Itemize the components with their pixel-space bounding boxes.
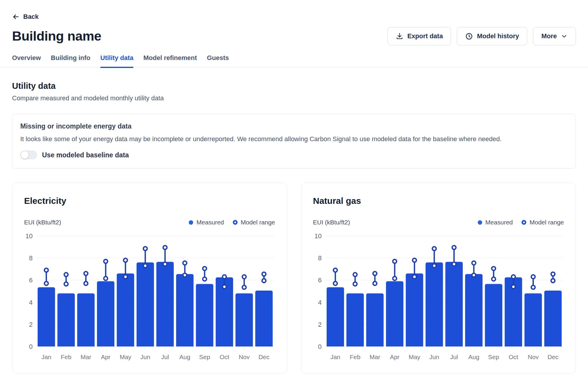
y-axis-title: EUI (kBtu/ft2)	[313, 219, 350, 226]
y-tick-label: 4	[29, 299, 33, 306]
x-tick-label: Aug	[179, 354, 190, 360]
measured-bar-Feb	[346, 294, 364, 346]
measured-bar-Aug	[176, 274, 193, 346]
y-tick-label: 10	[314, 232, 321, 240]
model-range-marker-Jan	[333, 268, 337, 272]
legend: Measured Model range	[189, 219, 275, 226]
export-data-button[interactable]: Export data	[387, 27, 451, 45]
model-range-marker-Nov	[531, 285, 535, 289]
tab-overview[interactable]: Overview	[12, 54, 41, 67]
measured-bar-Dec	[544, 291, 562, 346]
measured-bar-Nov	[235, 294, 253, 346]
x-tick-label: Nov	[239, 354, 250, 360]
measured-bar-Dec	[255, 291, 273, 346]
page-header: Building name Export data Model history …	[12, 27, 576, 45]
measured-bar-Jun	[425, 262, 443, 346]
tab-building-info[interactable]: Building info	[51, 54, 90, 67]
legend-model-range-label: Model range	[241, 219, 275, 226]
x-tick-label: Mar	[370, 354, 380, 360]
toggle-knob	[21, 151, 29, 159]
model-range-marker-Dec	[262, 272, 266, 276]
measured-bar-Apr	[97, 281, 114, 346]
legend-measured-label: Measured	[196, 219, 224, 226]
y-tick-label: 6	[29, 276, 33, 284]
model-range-marker-Dec	[262, 279, 266, 283]
model-range-marker-Jan	[44, 268, 48, 272]
arrow-left-icon	[12, 13, 20, 21]
x-tick-label: May	[408, 354, 420, 360]
electricity-chart: 0246810JanFebMarAprMayJunJulAugSepOctNov…	[24, 230, 275, 362]
measured-bar-Sep	[485, 284, 502, 346]
model-range-marker-Jul	[452, 262, 456, 266]
measured-bar-Apr	[386, 281, 403, 346]
natural-gas-chart: 0246810JanFebMarAprMayJunJulAugSepOctNov…	[313, 230, 564, 362]
natural-gas-card-title: Natural gas	[313, 196, 564, 206]
measured-dot-icon	[478, 220, 482, 225]
model-range-marker-Oct	[511, 275, 515, 279]
model-range-marker-Sep	[203, 266, 206, 270]
model-range-marker-Jan	[333, 281, 337, 285]
legend: Measured Model range	[478, 219, 564, 226]
x-tick-label: Dec	[547, 354, 558, 360]
legend-item-model-range: Model range	[233, 219, 275, 226]
electricity-card-title: Electricity	[24, 196, 275, 206]
x-tick-label: Sep	[199, 354, 210, 360]
more-button[interactable]: More	[533, 27, 576, 45]
model-range-marker-Apr	[104, 259, 108, 263]
y-tick-label: 10	[26, 232, 33, 240]
y-tick-label: 2	[318, 321, 321, 328]
x-tick-label: Feb	[61, 354, 71, 360]
legend-item-measured: Measured	[478, 219, 513, 226]
measured-bar-Mar	[366, 294, 383, 346]
model-range-marker-Jun	[432, 264, 436, 268]
model-range-marker-Jun	[432, 247, 436, 251]
model-range-marker-Sep	[492, 277, 495, 281]
utility-data-page: Back Building name Export data Model his…	[0, 0, 588, 390]
tab-guests[interactable]: Guests	[207, 54, 229, 67]
measured-bar-Jul	[445, 262, 462, 346]
y-tick-label: 4	[318, 299, 321, 306]
download-icon	[396, 32, 403, 40]
x-tick-label: Jun	[429, 354, 439, 360]
electricity-chart-meta: EUI (kBtu/ft2) Measured Model range	[24, 219, 275, 226]
toggle-row: Use modeled baseline data	[20, 151, 568, 159]
model-range-marker-Feb	[64, 282, 68, 286]
model-range-marker-Mar	[373, 281, 377, 285]
model-range-marker-Mar	[373, 271, 377, 275]
section-subtitle: Compare measured and modeled monthly uti…	[12, 94, 576, 102]
model-range-marker-Nov	[531, 275, 535, 279]
model-history-button[interactable]: Model history	[457, 27, 527, 45]
model-range-marker-Dec	[551, 279, 555, 283]
model-range-marker-Aug	[183, 261, 187, 265]
tab-model-refinement[interactable]: Model refinement	[143, 54, 197, 67]
model-range-marker-May	[412, 275, 416, 279]
model-range-marker-Apr	[392, 259, 396, 263]
legend-item-measured: Measured	[189, 219, 224, 226]
measured-bar-Jun	[136, 262, 154, 346]
model-range-marker-Jul	[163, 246, 167, 249]
legend-measured-label: Measured	[485, 219, 513, 226]
model-range-marker-Mar	[84, 281, 88, 285]
model-range-marker-Feb	[64, 273, 68, 276]
section-title: Utility data	[12, 81, 576, 91]
measured-bar-Feb	[57, 294, 75, 346]
missing-data-alert: Missing or incomplete energy data It loo…	[12, 114, 576, 169]
x-tick-label: Jan	[41, 354, 51, 360]
natural-gas-card: Natural gas EUI (kBtu/ft2) Measured Mode…	[301, 183, 576, 374]
page-title: Building name	[12, 29, 101, 44]
alert-title: Missing or incomplete energy data	[20, 122, 568, 130]
natural-gas-chart-meta: EUI (kBtu/ft2) Measured Model range	[313, 219, 564, 226]
use-modeled-baseline-toggle[interactable]	[20, 151, 37, 159]
x-tick-label: Apr	[101, 354, 111, 360]
electricity-card: Electricity EUI (kBtu/ft2) Measured Mode…	[12, 183, 287, 374]
back-label: Back	[23, 13, 39, 21]
tab-utility-data[interactable]: Utility data	[100, 54, 133, 67]
x-tick-label: Dec	[258, 354, 269, 360]
x-tick-label: Oct	[220, 354, 229, 360]
header-actions: Export data Model history More	[387, 27, 576, 45]
x-tick-label: Jun	[140, 354, 150, 360]
model-range-marker-Oct	[223, 285, 226, 289]
back-link[interactable]: Back	[12, 13, 39, 21]
x-tick-label: Oct	[508, 354, 518, 360]
measured-bar-Jan	[38, 287, 55, 346]
